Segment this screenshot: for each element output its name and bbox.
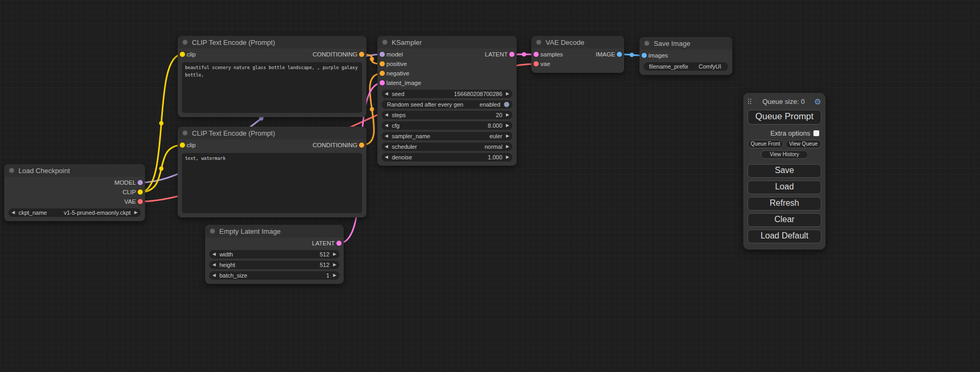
widget-scheduler[interactable]: ◀ scheduler normal ▶ [382,142,512,151]
node-title: Empty Latent Image [219,227,280,235]
input-port-latent-image[interactable] [380,80,385,85]
node-header[interactable]: CLIP Text Encode (Prompt) [178,36,366,49]
increment-arrow-icon[interactable]: ▶ [506,92,509,96]
increment-arrow-icon[interactable]: ▶ [506,113,509,117]
widget-denoise[interactable]: ◀ denoise 1.000 ▶ [382,153,512,161]
input-port-images[interactable] [642,53,647,58]
widget-sampler-name[interactable]: ◀ sampler_name euler ▶ [382,132,512,140]
widget-cfg[interactable]: ◀ cfg 8.000 ▶ [382,121,512,130]
refresh-button[interactable]: Refresh [748,197,821,211]
input-port-clip[interactable] [180,52,185,57]
input-label-negative: negative [386,70,409,77]
increment-arrow-icon[interactable]: ▶ [506,145,509,149]
collapse-dot-icon[interactable] [536,40,541,45]
input-port-samples[interactable] [533,52,539,57]
prompt-text-input[interactable]: beautiful scenery nature glass bottle la… [182,62,362,113]
input-port-negative[interactable] [380,71,385,76]
input-label-clip: clip [187,142,196,148]
node-header[interactable]: KSampler [377,36,517,49]
prompt-text-input[interactable]: text, watermark [182,153,362,213]
collapse-dot-icon[interactable] [644,41,649,46]
widget-filename-prefix[interactable]: filename_prefix ComfyUI [644,62,728,71]
node-empty-latent-image[interactable]: Empty Latent Image LATENT ◀ width 512 ▶ … [205,225,344,284]
decrement-arrow-icon[interactable]: ◀ [212,273,216,278]
decrement-arrow-icon[interactable]: ◀ [212,263,216,267]
output-port-image[interactable] [617,52,622,57]
decrement-arrow-icon[interactable]: ◀ [12,211,15,215]
input-port-positive[interactable] [380,61,385,66]
link-midpoint-dot [522,52,526,56]
view-queue-button[interactable]: View Queue [785,140,821,148]
collapse-dot-icon[interactable] [210,228,215,234]
decrement-arrow-icon[interactable]: ◀ [385,123,388,128]
widget-width[interactable]: ◀ width 512 ▶ [209,250,339,259]
increment-arrow-icon[interactable]: ▶ [506,123,509,128]
decrement-arrow-icon[interactable]: ◀ [212,252,216,256]
widget-batch-size[interactable]: ◀ batch_size 1 ▶ [209,271,339,280]
node-header[interactable]: CLIP Text Encode (Prompt) [178,127,366,139]
output-port-latent[interactable] [509,52,515,57]
collapse-dot-icon[interactable] [382,40,387,45]
increment-arrow-icon[interactable]: ▶ [506,134,509,138]
output-port-conditioning[interactable] [359,52,364,57]
widget-name: width [219,251,319,257]
view-history-button[interactable]: View History [761,150,808,159]
increment-arrow-icon[interactable]: ▶ [333,252,336,256]
settings-gear-icon[interactable]: ⚙ [814,98,821,106]
output-port-latent[interactable] [336,241,342,246]
node-clip-text-encode-negative[interactable]: CLIP Text Encode (Prompt) clip CONDITION… [178,127,366,217]
link-midpoint-dot [159,167,163,171]
node-load-checkpoint[interactable]: Load Checkpoint MODEL CLIP VAE ◀ ckpt_na… [4,164,145,221]
widget-name: Random seed after every gen [387,101,480,108]
widget-value: 20 [496,112,502,118]
widget-seed[interactable]: ◀ seed 156680208700286 ▶ [382,90,512,98]
load-button[interactable]: Load [748,180,821,194]
slot-row: MODEL [4,178,145,187]
clear-button[interactable]: Clear [748,213,821,227]
node-graph-canvas[interactable]: Load Checkpoint MODEL CLIP VAE ◀ ckpt_na… [0,0,980,372]
input-port-vae[interactable] [533,61,539,66]
collapse-dot-icon[interactable] [182,130,188,136]
node-header[interactable]: Load Checkpoint [4,164,145,177]
queue-prompt-button[interactable]: Queue Prompt [748,110,821,125]
node-vae-decode[interactable]: VAE Decode samples IMAGE vae [531,36,624,73]
widget-name: seed [392,91,454,97]
decrement-arrow-icon[interactable]: ◀ [385,155,388,159]
input-label-vae: vae [540,61,550,67]
load-default-button[interactable]: Load Default [748,230,821,243]
queue-front-button[interactable]: Queue Front [748,140,783,148]
slot-row: LATENT [205,239,344,248]
input-label-images: images [648,52,668,59]
decrement-arrow-icon[interactable]: ◀ [385,134,388,138]
collapse-dot-icon[interactable] [182,40,188,45]
widget-height[interactable]: ◀ height 512 ▶ [209,261,339,269]
decrement-arrow-icon[interactable]: ◀ [385,92,388,96]
decrement-arrow-icon[interactable]: ◀ [385,145,388,149]
node-header[interactable]: Empty Latent Image [205,225,344,237]
node-clip-text-encode-positive[interactable]: CLIP Text Encode (Prompt) clip CONDITION… [178,36,366,117]
save-button[interactable]: Save [748,164,821,178]
output-port-vae[interactable] [138,199,143,204]
widget-value: 1.000 [488,154,502,160]
increment-arrow-icon[interactable]: ▶ [333,263,336,267]
node-ksampler[interactable]: KSampler model LATENT positive negative … [377,36,517,166]
increment-arrow-icon[interactable]: ▶ [333,273,336,278]
increment-arrow-icon[interactable]: ▶ [506,155,509,159]
widget-random-seed-toggle[interactable]: Random seed after every gen enabled [382,100,512,109]
input-port-model[interactable] [380,52,385,57]
collapse-dot-icon[interactable] [9,168,14,173]
node-header[interactable]: Save Image [639,37,732,50]
node-save-image[interactable]: Save Image images filename_prefix ComfyU… [639,37,732,75]
widget-ckpt-name[interactable]: ◀ ckpt_name v1-5-pruned-emaonly.ckpt ▶ [8,208,141,217]
widget-steps[interactable]: ◀ steps 20 ▶ [382,111,512,119]
toggle-knob-icon[interactable] [504,102,509,107]
increment-arrow-icon[interactable]: ▶ [134,211,138,215]
decrement-arrow-icon[interactable]: ◀ [385,113,388,117]
drag-handle-icon[interactable] [748,98,752,104]
extra-options-checkbox[interactable] [813,130,819,136]
output-port-conditioning[interactable] [359,142,364,148]
output-port-model[interactable] [138,180,143,185]
output-port-clip[interactable] [138,189,143,195]
input-port-clip[interactable] [180,142,185,148]
node-header[interactable]: VAE Decode [531,36,624,49]
